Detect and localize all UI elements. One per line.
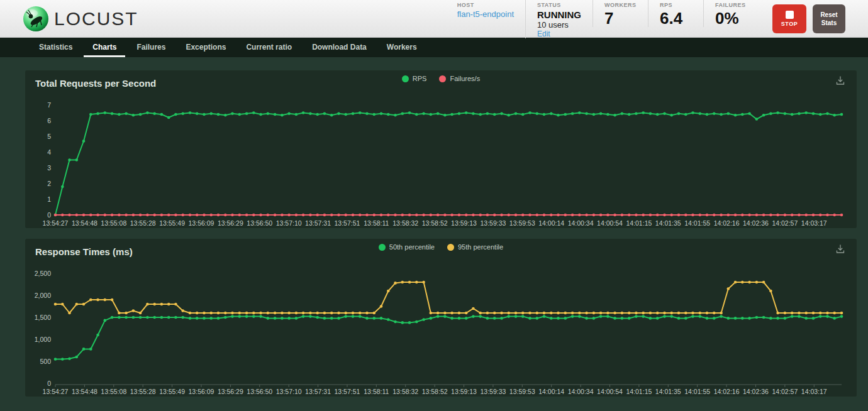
host-label: HOST [457,2,514,8]
response-times-chart-legend: 50th percentile 95th percentile [30,243,852,251]
svg-text:13:59:13: 13:59:13 [451,388,477,395]
svg-text:13:54:48: 13:54:48 [72,219,97,227]
svg-text:13:57:51: 13:57:51 [335,388,360,395]
logo-wordmark: LOCUST [54,8,138,30]
svg-text:14:02:16: 14:02:16 [714,388,740,395]
rps-chart-legend: RPS Failures/s [30,75,852,82]
svg-text:13:56:29: 13:56:29 [218,388,243,395]
stop-button-label: STOP [781,21,798,27]
tab-download-data[interactable]: Download Data [303,38,376,57]
workers-stat: WORKERS 7 [593,0,648,27]
svg-text:13:56:50: 13:56:50 [247,388,272,395]
percentile50-legend-dot [379,244,386,251]
reset-stats-button[interactable]: Reset Stats [813,4,845,33]
svg-text:13:57:31: 13:57:31 [305,388,331,395]
status-value: RUNNING [537,9,581,20]
svg-text:14:00:54: 14:00:54 [597,219,623,227]
app-header: LOCUST HOST flan-t5-endpoint STATUS RUNN… [0,0,868,38]
svg-text:2: 2 [47,180,51,187]
percentile95-legend-dot [447,244,454,251]
tab-failures[interactable]: Failures [128,38,174,57]
svg-text:13:57:51: 13:57:51 [335,219,360,227]
svg-text:1,000: 1,000 [35,336,51,343]
tab-charts[interactable]: Charts [84,38,125,57]
svg-text:14:02:36: 14:02:36 [743,388,769,395]
svg-text:13:59:13: 13:59:13 [451,219,477,227]
svg-text:13:54:48: 13:54:48 [72,388,97,395]
download-chart-icon[interactable] [835,244,845,254]
stop-button[interactable]: STOP [772,4,806,33]
rps-label: RPS [660,2,692,8]
svg-text:4: 4 [47,148,51,156]
tab-statistics[interactable]: Statistics [30,38,81,57]
svg-text:0: 0 [47,380,51,387]
svg-text:0: 0 [47,211,51,219]
svg-text:500: 500 [40,358,51,365]
svg-text:2,000: 2,000 [35,292,51,299]
svg-text:13:58:32: 13:58:32 [392,219,418,227]
svg-text:13:56:09: 13:56:09 [189,219,214,227]
svg-text:14:01:35: 14:01:35 [655,219,681,227]
legend-item-50th-percentile[interactable]: 50th percentile [379,243,435,251]
main-nav: Statistics Charts Failures Exceptions Cu… [0,38,868,57]
legend-item-95th-percentile[interactable]: 95th percentile [447,243,503,251]
rps-value: 6.4 [660,9,692,28]
tab-workers[interactable]: Workers [378,38,426,57]
svg-text:14:02:57: 14:02:57 [772,388,798,395]
svg-text:14:00:14: 14:00:14 [538,219,564,227]
svg-text:3: 3 [47,164,51,172]
svg-text:13:54:27: 13:54:27 [43,388,69,395]
svg-text:6: 6 [47,117,51,124]
locust-logo[interactable]: LOCUST [23,6,138,32]
host-value-link[interactable]: flan-t5-endpoint [457,9,514,19]
svg-text:13:55:08: 13:55:08 [101,219,126,227]
tab-exceptions[interactable]: Exceptions [177,38,235,57]
legend-item-rps[interactable]: RPS [402,75,427,82]
rps-stat: RPS 6.4 [648,0,703,27]
svg-text:14:00:34: 14:00:34 [568,388,594,395]
download-chart-icon[interactable] [835,75,845,85]
host-stat: HOST flan-t5-endpoint [446,0,525,19]
locust-logo-icon [23,6,49,32]
svg-text:13:57:10: 13:57:10 [276,388,302,395]
workers-label: WORKERS [604,2,637,8]
rps-legend-dot [402,75,409,82]
svg-text:14:01:15: 14:01:15 [626,219,652,227]
svg-text:13:58:32: 13:58:32 [392,388,418,395]
rps-chart-canvas: 0123456713:54:2713:54:4813:55:0813:55:28… [30,97,852,228]
stop-square-icon [786,11,794,19]
svg-text:13:59:33: 13:59:33 [480,388,506,395]
response-times-chart-canvas: 05001,0001,5002,0002,50013:54:2713:54:48… [30,266,852,397]
failures-value: 0% [715,9,747,28]
svg-text:13:57:10: 13:57:10 [276,219,302,227]
svg-text:13:59:53: 13:59:53 [509,219,535,227]
user-count: 10 users [537,20,581,30]
svg-text:13:55:28: 13:55:28 [130,388,156,395]
svg-text:13:55:28: 13:55:28 [130,219,156,227]
rps-chart-panel: Total Requests per Second RPS Failures/s… [25,70,857,228]
failures-legend-dot [439,75,446,82]
legend-item-failures[interactable]: Failures/s [439,75,480,82]
svg-text:2,500: 2,500 [35,270,51,277]
svg-text:14:01:15: 14:01:15 [626,388,652,395]
svg-text:13:55:49: 13:55:49 [159,388,185,395]
workers-value: 7 [604,9,637,28]
svg-text:13:54:27: 13:54:27 [43,219,69,227]
status-stat: STATUS RUNNING 10 users Edit [525,0,593,38]
svg-text:14:02:36: 14:02:36 [743,219,769,227]
svg-text:13:59:53: 13:59:53 [509,388,535,395]
svg-text:13:55:08: 13:55:08 [101,388,126,395]
svg-text:13:56:29: 13:56:29 [218,219,243,227]
svg-text:14:01:55: 14:01:55 [684,219,710,227]
svg-text:13:58:11: 13:58:11 [364,388,389,395]
header-stats: HOST flan-t5-endpoint STATUS RUNNING 10 … [446,0,759,38]
tab-current-ratio[interactable]: Current ratio [237,38,301,57]
charts-page: Total Requests per Second RPS Failures/s… [0,57,868,397]
svg-text:14:00:34: 14:00:34 [568,219,594,227]
svg-text:13:59:33: 13:59:33 [480,219,506,227]
svg-text:14:03:17: 14:03:17 [801,219,827,227]
svg-text:7: 7 [47,101,51,109]
percentile95-legend-label: 95th percentile [458,243,503,251]
failures-legend-label: Failures/s [450,75,480,82]
edit-users-link[interactable]: Edit [537,30,581,38]
